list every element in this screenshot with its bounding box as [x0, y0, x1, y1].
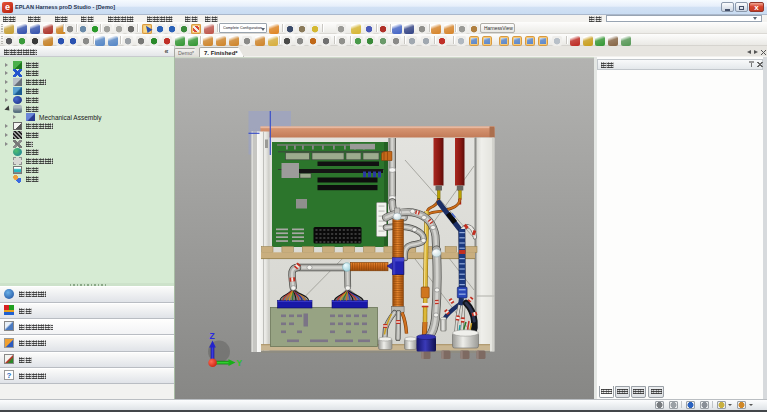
- svg-text:Y: Y: [237, 358, 243, 368]
- svg-text:Z: Z: [210, 331, 215, 341]
